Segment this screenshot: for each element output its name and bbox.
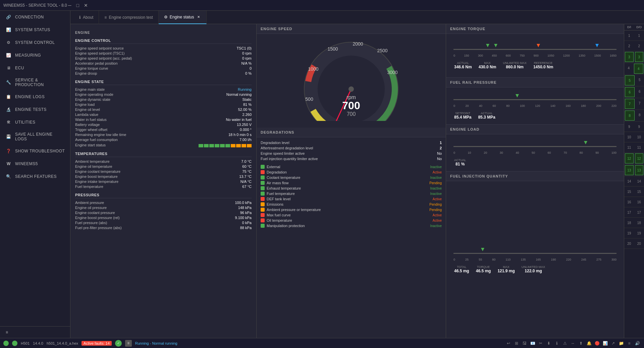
di-cell-6[interactable]: 7 — [625, 99, 635, 109]
di-cell-0[interactable]: 1 — [624, 30, 634, 41]
sidebar-item-engine-tests[interactable]: 🔬 ENGINE TESTS — [0, 103, 70, 116]
sb-icon-12[interactable]: 🔴 — [594, 340, 600, 347]
do-cell-2[interactable]: 3 — [635, 52, 644, 62]
di-cell-4[interactable]: 5 — [625, 75, 635, 85]
sidebar-item-system-control[interactable]: ⚙ SYSTEM CONTROL — [0, 36, 70, 49]
do-cell-15[interactable]: 16 — [634, 197, 644, 207]
status-block-9 — [241, 144, 246, 147]
di-cell-13[interactable]: 14 — [624, 176, 634, 186]
do-cell-9[interactable]: 10 — [634, 132, 644, 142]
sb-icon-14[interactable]: ↗ — [610, 340, 616, 347]
sb-icon-15[interactable]: 📁 — [618, 340, 625, 347]
do-cell-16[interactable]: 17 — [634, 207, 644, 217]
do-cell-5[interactable]: 6 — [635, 86, 644, 96]
do-cell-12[interactable]: 13 — [635, 165, 644, 175]
sb-icon-16[interactable]: ≡ — [626, 340, 633, 347]
es-row-2: Engine dynamic state Static — [75, 97, 252, 102]
di-cell-3[interactable]: 4 — [624, 63, 633, 73]
sidebar-item-ecu[interactable]: 🖥 ECU — [0, 62, 70, 74]
temp-row-0: Ambient temperature 7.0 °C — [75, 159, 252, 164]
es-row-11: Engine start status — [75, 142, 252, 148]
statusbar-icons: ↩ ⊞ 🖫 📧 ✂ ⬇ ℹ ⚠ ↔ ⬆ 🔔 🔴 📊 ↗ 📁 ≡ 🔊 — [505, 340, 641, 347]
do-cell-19[interactable]: 20 — [634, 238, 644, 249]
sb-icon-6[interactable]: ⬇ — [545, 340, 552, 347]
sb-icon-4[interactable]: 📧 — [529, 340, 536, 347]
sidebar-item-measuring[interactable]: 📈 MEASURING — [0, 49, 70, 62]
do-cell-7[interactable]: 8 — [635, 110, 644, 120]
tab-compression[interactable]: ≡ Engine compression test — [99, 11, 158, 24]
di-cell-2[interactable]: 3 — [625, 52, 634, 62]
do-cell-11[interactable]: 12 — [635, 153, 644, 163]
deg-summary-3: Fuel injection quantity limiter active N… — [261, 156, 442, 161]
di-cell-5[interactable]: 6 — [625, 87, 635, 97]
sb-icon-2[interactable]: ⊞ — [513, 340, 520, 347]
sb-icon-3[interactable]: 🖫 — [521, 340, 528, 347]
sidebar-item-search-features[interactable]: 🔍 SEARCH FEATURES — [0, 170, 70, 183]
right-panel: ENGINE TORQUE — [446, 24, 624, 338]
deg-dot-1 — [261, 170, 265, 174]
sidebar-item-utilities[interactable]: 🛠 UTILITIES — [0, 116, 70, 129]
es-row-8: Trigger wheel offset 0.000 ° — [75, 127, 252, 132]
sb-icon-7[interactable]: ℹ — [553, 340, 560, 347]
do-cell-17[interactable]: 18 — [634, 218, 644, 228]
main-area: 🔗 CONNECTION 📊 SYSTEM STATUS ⚙ SYSTEM CO… — [0, 11, 644, 338]
di-cell-11[interactable]: 12 — [625, 153, 634, 163]
deg-item-3: Air mass flow Pending — [261, 180, 442, 186]
close-button[interactable]: ✕ — [83, 3, 89, 8]
sidebar-label-measuring: MEASURING — [15, 53, 41, 58]
minimize-button[interactable]: ─ — [67, 3, 72, 8]
di-cell-14[interactable]: 15 — [624, 187, 634, 197]
sidebar-item-system-status[interactable]: 📊 SYSTEM STATUS — [0, 23, 70, 36]
di-cell-9[interactable]: 10 — [624, 132, 634, 142]
do-cell-1[interactable]: 2 — [634, 41, 644, 51]
sb-icon-8[interactable]: ⚠ — [561, 340, 568, 347]
do-cell-4[interactable]: 5 — [635, 75, 644, 85]
gauge-svg: 500 1000 1500 2000 2500 3000 — [299, 37, 403, 121]
sidebar-item-show-troubleshoot[interactable]: ❓ SHOW TROUBLESHOOT — [0, 145, 70, 157]
sb-icon-1[interactable]: ↩ — [505, 340, 512, 347]
di-cell-7[interactable]: 8 — [625, 111, 635, 121]
di-cell-16[interactable]: 17 — [624, 207, 634, 217]
di-cell-10[interactable]: 11 — [624, 142, 634, 152]
sb-icon-9[interactable]: ↔ — [570, 340, 576, 347]
torque-max-value: Max 430.0 Nm — [479, 61, 496, 69]
sb-icon-10[interactable]: ⬆ — [578, 340, 584, 347]
sidebar-item-service-production[interactable]: 🔧 SERVICE & PRODUCTION — [0, 74, 70, 90]
sb-icon-5[interactable]: ✂ — [537, 340, 544, 347]
do-cell-6[interactable]: 7 — [635, 98, 644, 108]
engine-status-tab-close[interactable]: ✕ — [196, 15, 201, 19]
do-cell-14[interactable]: 15 — [634, 187, 644, 197]
tab-engine-status[interactable]: ⚙ Engine status ✕ — [159, 11, 207, 24]
temperatures-title: TEMPERATURES — [75, 152, 252, 157]
do-cell-10[interactable]: 11 — [634, 142, 644, 152]
sb-icon-11[interactable]: 🔔 — [586, 340, 592, 347]
sidebar-item-wineems5[interactable]: W WINEEMS5 — [0, 157, 70, 170]
do-cell-18[interactable]: 19 — [634, 228, 644, 238]
fuel-rail-marker — [516, 94, 519, 97]
fuel-injection-marker — [481, 248, 484, 251]
di-cell-19[interactable]: 20 — [624, 238, 634, 249]
do-cell-8[interactable]: 9 — [634, 122, 644, 132]
di-cell-1[interactable]: 2 — [624, 41, 634, 51]
sb-icon-13[interactable]: 📊 — [602, 340, 608, 347]
tab-about[interactable]: ℹ About — [74, 11, 99, 24]
do-cell-0[interactable]: 1 — [634, 30, 644, 41]
dio-row-4: 5 5 — [624, 75, 644, 86]
sb-icon-17[interactable]: 🔊 — [634, 340, 641, 347]
di-cell-17[interactable]: 18 — [624, 218, 634, 228]
sidebar-collapse-button[interactable]: ≡ — [0, 327, 70, 338]
di-cell-15[interactable]: 16 — [624, 197, 634, 207]
sidebar-item-save-all[interactable]: 💾 SAVE ALL ENGINE LOGS — [0, 129, 70, 145]
deg-dot-5 — [261, 192, 265, 196]
sidebar-item-connection[interactable]: 🔗 CONNECTION — [0, 11, 70, 23]
do-cell-13[interactable]: 14 — [634, 176, 644, 186]
fuel-rail-values: Setpoint 85.4 MPa Actual 85.3 MPa — [450, 110, 620, 121]
maximize-button[interactable]: □ — [75, 3, 80, 8]
sidebar-label-service: SERVICE & PRODUCTION — [15, 78, 65, 87]
di-cell-18[interactable]: 19 — [624, 228, 634, 238]
di-cell-12[interactable]: 13 — [625, 165, 634, 175]
sidebar-item-engine-logs[interactable]: 📋 ENGINE LOGS — [0, 90, 70, 103]
es-row-0: Engine main state Running — [75, 87, 252, 92]
di-cell-8[interactable]: 9 — [624, 122, 634, 132]
do-cell-3[interactable]: 4 — [634, 64, 644, 74]
